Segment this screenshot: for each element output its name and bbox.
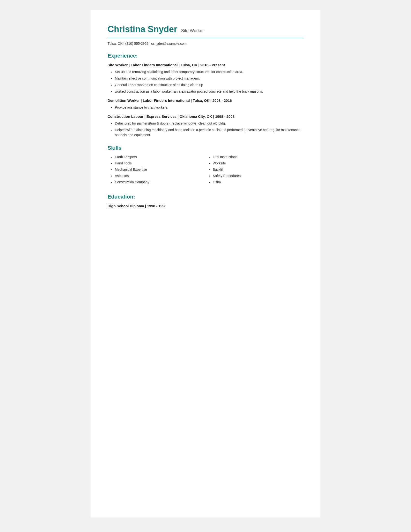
education-section: Education: High School Diploma | 1998 - … <box>108 194 303 208</box>
list-item: Detail prep for painters(trim & doors), … <box>115 121 303 126</box>
job-header-2: Demolition Worker | Labor Finders Intern… <box>108 98 303 103</box>
skills-left-column: Earth Tampers Hand Tools Mechanical Expe… <box>108 155 206 186</box>
list-item: Safety Procedures <box>213 174 303 178</box>
job-entry-1: Site Worker | Labor Finders Internationa… <box>108 63 303 94</box>
skills-section-title: Skills <box>108 145 303 151</box>
job-entry-3: Construction Labour | Express Services |… <box>108 114 303 138</box>
skills-section: Skills Earth Tampers Hand Tools Mechanic… <box>108 145 303 186</box>
job-bullets-3: Detail prep for painters(trim & doors), … <box>108 121 303 138</box>
list-item: Hand Tools <box>115 161 206 165</box>
contact-info: Tulsa, OK | (310) 555-2952 | csnyder@exa… <box>108 42 303 46</box>
list-item: Set up and removing scaffolding and othe… <box>115 69 303 75</box>
list-item: Asbestos <box>115 174 206 178</box>
experience-section: Experience: Site Worker | Labor Finders … <box>108 53 303 138</box>
list-item: Oral Instructions <box>213 155 303 159</box>
list-item: Worksite <box>213 161 303 165</box>
job-header-3: Construction Labour | Express Services |… <box>108 114 303 118</box>
header-divider <box>108 38 303 38</box>
name-title-row: Christina Snyder Site Worker <box>108 24 303 34</box>
header-section: Christina Snyder Site Worker Tulsa, OK |… <box>108 24 303 46</box>
resume-container: Christina Snyder Site Worker Tulsa, OK |… <box>91 10 320 517</box>
list-item: Earth Tampers <box>115 155 206 159</box>
skills-grid: Earth Tampers Hand Tools Mechanical Expe… <box>108 155 303 186</box>
list-item: General Labor worked on construction sit… <box>115 83 303 87</box>
list-item: worked construction as a labor worker ra… <box>115 89 303 94</box>
list-item: Osha <box>213 180 303 184</box>
list-item: Mechanical Expertise <box>115 168 206 171</box>
job-entry-2: Demolition Worker | Labor Finders Intern… <box>108 98 303 110</box>
skills-right-column: Oral Instructions Worksite Backfill Safe… <box>206 155 303 186</box>
job-bullets-1: Set up and removing scaffolding and othe… <box>108 69 303 94</box>
education-section-title: Education: <box>108 194 303 200</box>
candidate-job-title: Site Worker <box>181 28 204 33</box>
job-bullets-2: Provide assistance to craft workers. <box>108 105 303 110</box>
list-item: Provide assistance to craft workers. <box>115 105 303 110</box>
list-item: Construction Company <box>115 180 206 184</box>
list-item: Helped with maintaining machinery and ha… <box>115 127 303 138</box>
list-item: Maintain effective communication with pr… <box>115 76 303 81</box>
experience-section-title: Experience: <box>108 53 303 59</box>
candidate-name: Christina Snyder <box>108 24 177 34</box>
list-item: Backfill <box>213 168 303 171</box>
job-header-1: Site Worker | Labor Finders Internationa… <box>108 63 303 67</box>
education-degree: High School Diploma | 1998 - 1998 <box>108 204 303 208</box>
